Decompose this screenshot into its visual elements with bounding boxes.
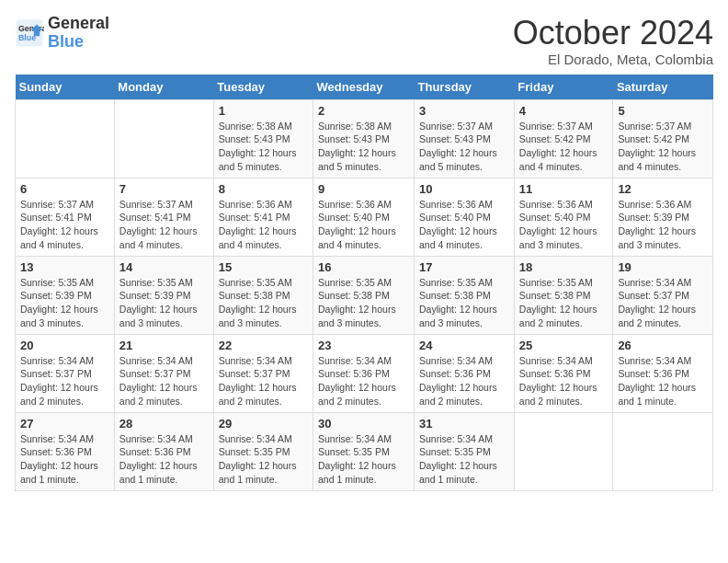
day-header-saturday: Saturday bbox=[613, 75, 713, 100]
day-info: Sunrise: 5:34 AM Sunset: 5:36 PM Dayligh… bbox=[519, 354, 609, 408]
calendar-cell: 20Sunrise: 5:34 AM Sunset: 5:37 PM Dayli… bbox=[16, 334, 115, 412]
day-number: 18 bbox=[519, 260, 609, 274]
calendar-cell: 22Sunrise: 5:34 AM Sunset: 5:37 PM Dayli… bbox=[213, 334, 313, 412]
calendar-cell: 12Sunrise: 5:36 AM Sunset: 5:39 PM Dayli… bbox=[613, 178, 713, 256]
day-number: 15 bbox=[219, 260, 308, 274]
day-number: 17 bbox=[419, 260, 509, 274]
day-info: Sunrise: 5:36 AM Sunset: 5:39 PM Dayligh… bbox=[618, 198, 708, 252]
day-number: 26 bbox=[618, 339, 708, 352]
calendar-cell: 3Sunrise: 5:37 AM Sunset: 5:43 PM Daylig… bbox=[415, 99, 515, 178]
calendar-cell: 15Sunrise: 5:35 AM Sunset: 5:38 PM Dayli… bbox=[213, 256, 313, 334]
day-info: Sunrise: 5:36 AM Sunset: 5:40 PM Dayligh… bbox=[318, 198, 409, 252]
day-info: Sunrise: 5:38 AM Sunset: 5:43 PM Dayligh… bbox=[318, 120, 409, 174]
day-info: Sunrise: 5:34 AM Sunset: 5:37 PM Dayligh… bbox=[119, 354, 209, 408]
calendar-header-row: SundayMondayTuesdayWednesdayThursdayFrid… bbox=[16, 75, 713, 100]
day-number: 14 bbox=[119, 260, 209, 274]
day-header-tuesday: Tuesday bbox=[213, 75, 313, 100]
calendar-cell: 9Sunrise: 5:36 AM Sunset: 5:40 PM Daylig… bbox=[313, 178, 415, 256]
logo-line1: General bbox=[48, 15, 109, 33]
day-number: 28 bbox=[119, 417, 209, 431]
day-header-friday: Friday bbox=[514, 75, 613, 100]
location-subtitle: El Dorado, Meta, Colombia bbox=[513, 52, 713, 67]
day-number: 29 bbox=[219, 417, 308, 431]
day-header-thursday: Thursday bbox=[415, 75, 515, 100]
calendar-cell: 21Sunrise: 5:34 AM Sunset: 5:37 PM Dayli… bbox=[114, 334, 213, 412]
calendar-cell: 18Sunrise: 5:35 AM Sunset: 5:38 PM Dayli… bbox=[514, 256, 613, 334]
day-number: 23 bbox=[318, 339, 409, 352]
day-number: 21 bbox=[119, 339, 209, 352]
day-number: 30 bbox=[318, 417, 409, 431]
day-header-wednesday: Wednesday bbox=[313, 75, 415, 100]
day-number: 25 bbox=[519, 339, 609, 352]
day-info: Sunrise: 5:35 AM Sunset: 5:39 PM Dayligh… bbox=[119, 276, 209, 330]
calendar-cell: 5Sunrise: 5:37 AM Sunset: 5:42 PM Daylig… bbox=[613, 99, 713, 178]
day-info: Sunrise: 5:34 AM Sunset: 5:36 PM Dayligh… bbox=[618, 354, 708, 408]
calendar-cell bbox=[514, 412, 613, 490]
day-info: Sunrise: 5:34 AM Sunset: 5:35 PM Dayligh… bbox=[419, 432, 509, 487]
day-number: 9 bbox=[318, 182, 409, 196]
day-info: Sunrise: 5:36 AM Sunset: 5:40 PM Dayligh… bbox=[419, 198, 509, 252]
calendar-cell: 2Sunrise: 5:38 AM Sunset: 5:43 PM Daylig… bbox=[313, 99, 415, 178]
calendar-cell: 27Sunrise: 5:34 AM Sunset: 5:36 PM Dayli… bbox=[16, 412, 115, 490]
day-number: 2 bbox=[318, 104, 409, 118]
calendar-week-row: 20Sunrise: 5:34 AM Sunset: 5:37 PM Dayli… bbox=[16, 334, 713, 412]
day-info: Sunrise: 5:35 AM Sunset: 5:39 PM Dayligh… bbox=[20, 276, 109, 330]
day-number: 12 bbox=[618, 182, 708, 196]
day-header-monday: Monday bbox=[114, 75, 213, 100]
day-number: 4 bbox=[519, 104, 609, 118]
day-number: 20 bbox=[20, 339, 109, 352]
calendar-cell: 23Sunrise: 5:34 AM Sunset: 5:36 PM Dayli… bbox=[313, 334, 415, 412]
day-number: 3 bbox=[419, 104, 509, 118]
logo-icon: General Blue bbox=[15, 18, 44, 48]
svg-text:Blue: Blue bbox=[18, 33, 36, 42]
logo-line2: Blue bbox=[48, 33, 109, 52]
calendar-cell: 4Sunrise: 5:37 AM Sunset: 5:42 PM Daylig… bbox=[514, 99, 613, 178]
day-info: Sunrise: 5:34 AM Sunset: 5:37 PM Dayligh… bbox=[219, 354, 308, 408]
calendar-cell: 14Sunrise: 5:35 AM Sunset: 5:39 PM Dayli… bbox=[114, 256, 213, 334]
calendar-cell: 26Sunrise: 5:34 AM Sunset: 5:36 PM Dayli… bbox=[613, 334, 713, 412]
month-year-title: October 2024 bbox=[513, 15, 713, 52]
day-info: Sunrise: 5:36 AM Sunset: 5:41 PM Dayligh… bbox=[219, 198, 308, 252]
calendar-cell: 30Sunrise: 5:34 AM Sunset: 5:35 PM Dayli… bbox=[313, 412, 415, 490]
day-info: Sunrise: 5:37 AM Sunset: 5:41 PM Dayligh… bbox=[119, 198, 209, 252]
calendar-cell: 7Sunrise: 5:37 AM Sunset: 5:41 PM Daylig… bbox=[114, 178, 213, 256]
day-number: 10 bbox=[419, 182, 509, 196]
calendar-cell: 29Sunrise: 5:34 AM Sunset: 5:35 PM Dayli… bbox=[213, 412, 313, 490]
day-number: 11 bbox=[519, 182, 609, 196]
calendar-cell: 11Sunrise: 5:36 AM Sunset: 5:40 PM Dayli… bbox=[514, 178, 613, 256]
calendar-cell: 19Sunrise: 5:34 AM Sunset: 5:37 PM Dayli… bbox=[613, 256, 713, 334]
calendar-week-row: 27Sunrise: 5:34 AM Sunset: 5:36 PM Dayli… bbox=[16, 412, 713, 490]
day-number: 5 bbox=[618, 104, 708, 118]
day-info: Sunrise: 5:35 AM Sunset: 5:38 PM Dayligh… bbox=[419, 276, 509, 330]
day-number: 24 bbox=[419, 339, 509, 352]
logo: General Blue General Blue bbox=[15, 15, 109, 52]
calendar-table: SundayMondayTuesdayWednesdayThursdayFrid… bbox=[15, 75, 713, 491]
day-info: Sunrise: 5:36 AM Sunset: 5:40 PM Dayligh… bbox=[519, 198, 609, 252]
calendar-cell: 8Sunrise: 5:36 AM Sunset: 5:41 PM Daylig… bbox=[213, 178, 313, 256]
calendar-cell: 10Sunrise: 5:36 AM Sunset: 5:40 PM Dayli… bbox=[415, 178, 515, 256]
calendar-cell: 25Sunrise: 5:34 AM Sunset: 5:36 PM Dayli… bbox=[514, 334, 613, 412]
title-block: October 2024 El Dorado, Meta, Colombia bbox=[513, 15, 713, 67]
calendar-cell bbox=[16, 99, 115, 178]
day-info: Sunrise: 5:34 AM Sunset: 5:35 PM Dayligh… bbox=[219, 432, 308, 487]
day-info: Sunrise: 5:35 AM Sunset: 5:38 PM Dayligh… bbox=[318, 276, 409, 330]
day-info: Sunrise: 5:37 AM Sunset: 5:41 PM Dayligh… bbox=[20, 198, 109, 252]
day-info: Sunrise: 5:34 AM Sunset: 5:36 PM Dayligh… bbox=[318, 354, 409, 408]
calendar-cell: 16Sunrise: 5:35 AM Sunset: 5:38 PM Dayli… bbox=[313, 256, 415, 334]
calendar-cell: 6Sunrise: 5:37 AM Sunset: 5:41 PM Daylig… bbox=[16, 178, 115, 256]
day-number: 31 bbox=[419, 417, 509, 431]
day-info: Sunrise: 5:35 AM Sunset: 5:38 PM Dayligh… bbox=[519, 276, 609, 330]
day-number: 1 bbox=[219, 104, 308, 118]
calendar-cell bbox=[114, 99, 213, 178]
day-info: Sunrise: 5:37 AM Sunset: 5:42 PM Dayligh… bbox=[519, 120, 609, 174]
day-number: 6 bbox=[20, 182, 109, 196]
day-number: 19 bbox=[618, 260, 708, 274]
day-info: Sunrise: 5:37 AM Sunset: 5:43 PM Dayligh… bbox=[419, 120, 509, 174]
calendar-week-row: 1Sunrise: 5:38 AM Sunset: 5:43 PM Daylig… bbox=[16, 99, 713, 178]
calendar-cell: 17Sunrise: 5:35 AM Sunset: 5:38 PM Dayli… bbox=[415, 256, 515, 334]
day-info: Sunrise: 5:37 AM Sunset: 5:42 PM Dayligh… bbox=[618, 120, 708, 174]
day-number: 13 bbox=[20, 260, 109, 274]
logo-text: General Blue bbox=[48, 15, 109, 52]
day-number: 16 bbox=[318, 260, 409, 274]
calendar-cell: 28Sunrise: 5:34 AM Sunset: 5:36 PM Dayli… bbox=[114, 412, 213, 490]
